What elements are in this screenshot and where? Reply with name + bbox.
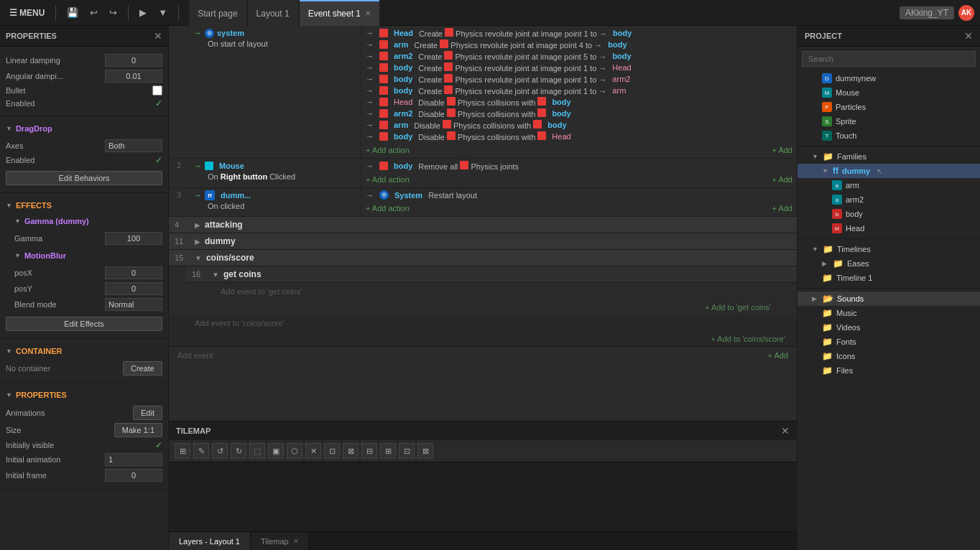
tree-item-videos[interactable]: 📁 Videos — [798, 320, 980, 335]
tilemap-panel: TILEMAP ✕ ⊞ ✎ ↺ ↻ ⬚ ▣ ⬡ ✕ ⊡ ⊠ ⊟ ⊞ ⊡ — [169, 421, 797, 550]
tree-item-particles[interactable]: P Particles — [798, 100, 980, 114]
tree-item-mouse[interactable]: M Mouse — [798, 85, 980, 100]
make-1-1-button[interactable]: Make 1:1 — [114, 423, 162, 437]
effects-section-title[interactable]: ▼ EFFECTS — [6, 197, 162, 213]
tree-item-body[interactable]: b body — [798, 207, 980, 221]
edit-effects-button[interactable]: Edit Effects — [6, 317, 162, 331]
tree-item-files[interactable]: 📁 Files — [798, 363, 980, 378]
tilemap-tool-12[interactable]: ⊞ — [380, 443, 396, 459]
undo-button[interactable]: ↩ — [86, 5, 101, 20]
tree-item-sounds[interactable]: ▶ 📂 Sounds — [798, 292, 980, 306]
tree-item-music[interactable]: 📁 Music — [798, 306, 980, 320]
tilemap-tool-8[interactable]: ✕ — [305, 443, 321, 459]
sounds-expand-icon: ▶ — [812, 295, 819, 302]
blend-select[interactable]: Normal Additive — [105, 298, 162, 311]
angular-damping-input[interactable] — [105, 70, 162, 83]
initial-animation-select[interactable]: 1 — [105, 453, 162, 466]
tree-item-fonts[interactable]: 📁 Fonts — [798, 335, 980, 349]
add-bottom-right[interactable]: + Add — [768, 351, 788, 360]
add-right1[interactable]: + Add — [772, 146, 792, 154]
condition-system[interactable]: → ⚙ system — [193, 28, 356, 38]
create-container-button[interactable]: Create — [123, 361, 162, 376]
project-panel-close[interactable]: ✕ — [964, 30, 973, 42]
effects-arrow: ▼ — [6, 202, 12, 209]
tree-item-icons[interactable]: 📁 Icons — [798, 349, 980, 363]
save-button[interactable]: 💾 — [63, 5, 82, 20]
action-body-create1: → body Create Physics revolute joint at … — [366, 62, 792, 73]
tilemap-tool-5[interactable]: ⬚ — [249, 443, 265, 459]
add-event-get-coins[interactable]: Add event to 'get coins' — [186, 283, 797, 300]
condition-mouse[interactable]: → Mouse — [193, 161, 356, 171]
play-options[interactable]: ▼ — [154, 5, 171, 20]
action-remove-all: → body Remove all Physics joints — [366, 161, 792, 171]
posy-input[interactable] — [105, 282, 162, 295]
event-num-2: 2 — [169, 159, 189, 187]
tilemap-tool-1[interactable]: ⊞ — [175, 443, 190, 459]
menu-button[interactable]: ☰ MENU — [6, 6, 48, 20]
add-action-button2[interactable]: + Add action — [366, 174, 410, 185]
panel-close-button[interactable]: ✕ — [154, 30, 162, 42]
tree-item-head[interactable]: H Head — [798, 221, 980, 236]
axes-select[interactable]: Both Horizontal Vertical — [105, 139, 162, 152]
add-event-coins-score[interactable]: Add event to 'coins/score' — [169, 314, 797, 332]
linear-damping-input[interactable] — [105, 54, 162, 67]
add-event-bottom: Add event + Add — [169, 346, 797, 364]
footer-tab-layers[interactable]: Layers - Layout 1 — [169, 532, 251, 551]
tree-item-arm[interactable]: a arm — [798, 178, 980, 192]
tilemap-tab-close[interactable]: ✕ — [293, 537, 299, 545]
dragdrop-section-title[interactable]: ▼ DragDrop — [6, 121, 162, 136]
footer-tab-tilemap[interactable]: Tilemap ✕ — [251, 532, 310, 551]
tree-item-dummynew[interactable]: D dummynew — [798, 71, 980, 85]
posx-input[interactable] — [105, 266, 162, 279]
play-button[interactable]: ▶ — [136, 5, 150, 20]
tree-item-timelines[interactable]: ▼ 📁 Timelines — [798, 242, 980, 256]
group-attacking-header[interactable]: 4 ▶ attacking — [169, 217, 797, 233]
tilemap-tool-10[interactable]: ⊠ — [343, 443, 359, 459]
tilemap-tool-4[interactable]: ↻ — [231, 443, 246, 459]
add-action-button1[interactable]: + Add action — [366, 144, 410, 156]
tab-layout1[interactable]: Layout 1 — [248, 0, 298, 26]
tilemap-close-button[interactable]: ✕ — [781, 425, 790, 437]
condition-dummy[interactable]: → ff dumm... — [193, 190, 356, 200]
particles-icon: P — [822, 102, 832, 112]
project-search-input[interactable] — [802, 51, 976, 67]
tree-item-families[interactable]: ▼ 📁 Families — [798, 149, 980, 164]
tab-start-page[interactable]: Start page — [189, 0, 246, 26]
add-right3[interactable]: + Add — [772, 204, 792, 213]
tree-item-timeline1[interactable]: 📁 Timeline 1 — [798, 271, 980, 285]
tilemap-tool-14[interactable]: ⊠ — [417, 443, 433, 459]
edit-behaviors-button[interactable]: Edit Behaviors — [6, 171, 162, 185]
add-to-coins-score[interactable]: + Add to 'coins/score' — [169, 332, 797, 346]
add-event-button[interactable]: Add event — [177, 351, 213, 360]
add-to-get-coins[interactable]: + Add to 'get coins' — [186, 300, 797, 314]
tilemap-tool-11[interactable]: ⊟ — [361, 443, 377, 459]
tilemap-tool-7[interactable]: ⬡ — [287, 443, 302, 459]
tilemap-tool-9[interactable]: ⊡ — [324, 443, 340, 459]
tree-item-eases[interactable]: ▶ 📁 Eases — [798, 256, 980, 271]
sprite-properties-title[interactable]: ▼ PROPERTIES — [6, 387, 162, 403]
tab-close-icon[interactable]: ✕ — [365, 9, 371, 17]
initial-frame-input[interactable] — [105, 469, 162, 482]
dummynew-icon: D — [822, 73, 832, 83]
tilemap-tool-6[interactable]: ▣ — [268, 443, 284, 459]
gamma-section-title[interactable]: ▼ Gamma (dummy) — [6, 213, 162, 229]
group-coins-score-header[interactable]: 15 ▼ coins/score — [169, 250, 797, 266]
motionblur-section-title[interactable]: ▼ MotionBlur — [6, 248, 162, 264]
redo-button[interactable]: ↪ — [106, 5, 121, 20]
add-action-button3[interactable]: + Add action — [366, 202, 410, 214]
gamma-input[interactable] — [105, 232, 162, 245]
container-section-title[interactable]: ▼ CONTAINER — [6, 343, 162, 359]
tilemap-tool-2[interactable]: ✎ — [193, 443, 209, 459]
tree-item-arm2[interactable]: a arm2 — [798, 192, 980, 207]
tilemap-tool-13[interactable]: ⊡ — [399, 443, 415, 459]
tab-event-sheet[interactable]: Event sheet 1 ✕ — [300, 0, 379, 26]
group-dummy-header[interactable]: 11 ▶ dummy — [169, 233, 797, 250]
tree-item-touch[interactable]: T Touch — [798, 129, 980, 143]
edit-animations-button[interactable]: Edit — [133, 406, 162, 420]
tree-item-dummy-family[interactable]: ▼ ff dummy ↖ — [798, 164, 980, 178]
add-right2[interactable]: + Add — [772, 175, 792, 184]
tilemap-tool-3[interactable]: ↺ — [212, 443, 228, 459]
subgroup-get-coins-header[interactable]: 16 ▼ get coins — [186, 266, 797, 283]
tree-item-sprite[interactable]: S Sprite — [798, 114, 980, 129]
bullet-checkbox[interactable] — [152, 85, 162, 95]
